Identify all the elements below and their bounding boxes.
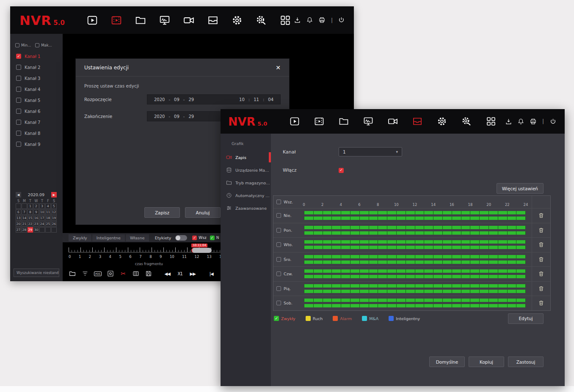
legend-item[interactable]: Alarm bbox=[333, 316, 352, 321]
calendar-day[interactable]: 16 bbox=[33, 215, 39, 221]
delete-icon[interactable] bbox=[538, 256, 544, 263]
timeline-marker[interactable]: 10:11:04 bbox=[191, 244, 212, 253]
menu-item[interactable]: Automatyczny zapis ... bbox=[221, 189, 271, 202]
speed-button[interactable]: X1 bbox=[176, 270, 184, 277]
save-icon[interactable] bbox=[145, 270, 152, 277]
scissors-icon[interactable]: ✂ bbox=[119, 270, 127, 277]
calendar-day[interactable]: 4 bbox=[45, 203, 51, 209]
labels-toggle[interactable] bbox=[175, 235, 187, 241]
display-icon[interactable] bbox=[360, 114, 376, 129]
maintenance-icon[interactable] bbox=[253, 13, 269, 28]
day-track[interactable] bbox=[302, 238, 532, 252]
filter-item[interactable]: Min... bbox=[15, 43, 31, 47]
day-checkbox[interactable] bbox=[276, 271, 281, 276]
channel-item[interactable]: Kanał 6 bbox=[10, 106, 63, 117]
day-checkbox[interactable] bbox=[276, 257, 281, 262]
maintenance-icon[interactable] bbox=[458, 114, 475, 129]
day-track[interactable] bbox=[302, 223, 532, 238]
power-icon[interactable] bbox=[337, 16, 346, 25]
calendar-day[interactable]: 1 bbox=[28, 203, 33, 209]
legend-item[interactable]: Ruch bbox=[306, 316, 323, 321]
delete-icon[interactable] bbox=[538, 300, 544, 306]
folder-icon[interactable] bbox=[69, 270, 76, 277]
print-icon[interactable] bbox=[529, 117, 538, 126]
calendar-day[interactable]: 13 bbox=[16, 215, 21, 221]
channel-checkbox[interactable] bbox=[16, 120, 21, 125]
calendar-day[interactable]: 22 bbox=[28, 221, 33, 227]
channel-checkbox[interactable] bbox=[16, 54, 21, 59]
select-all-checkbox[interactable] bbox=[276, 200, 281, 204]
playback-tab[interactable]: Inteligentne bbox=[92, 234, 125, 241]
calendar-day[interactable]: 8 bbox=[28, 209, 33, 215]
calendar-day[interactable]: 23 bbox=[33, 221, 39, 227]
channel-item[interactable]: Kanał 2 bbox=[10, 62, 63, 73]
day-checkbox[interactable] bbox=[276, 213, 281, 218]
playback-icon[interactable] bbox=[84, 13, 100, 28]
day-track[interactable] bbox=[302, 252, 532, 267]
calendar-day[interactable]: 18 bbox=[45, 215, 51, 221]
pos-icon[interactable]: POS bbox=[94, 270, 102, 277]
calendar-day[interactable]: 21 bbox=[22, 221, 27, 227]
rewind-icon[interactable]: ◀◀ bbox=[163, 270, 171, 277]
calendar-day[interactable]: 7 bbox=[22, 209, 27, 215]
default-button[interactable]: Domyślne bbox=[429, 356, 465, 367]
calendar-prev-icon[interactable]: ◀ bbox=[16, 192, 21, 197]
day-track[interactable] bbox=[302, 208, 532, 223]
channel-item[interactable]: Kanał 3 bbox=[10, 73, 63, 84]
channel-item[interactable]: Kanał 1 bbox=[10, 51, 63, 62]
snapshot-icon[interactable] bbox=[107, 270, 114, 277]
playback-tab[interactable]: Zwykły bbox=[69, 234, 91, 241]
close-icon[interactable]: ✕ bbox=[276, 64, 281, 71]
edit-button[interactable]: Edytuj bbox=[508, 313, 544, 324]
channel-item[interactable]: Kanał 4 bbox=[10, 84, 63, 95]
calendar-day[interactable]: 26 bbox=[51, 221, 57, 227]
delete-icon[interactable] bbox=[538, 212, 544, 219]
more-settings-button[interactable]: Więcej ustawień bbox=[497, 183, 544, 194]
record-icon[interactable] bbox=[311, 114, 327, 129]
stream-filter[interactable]: Wsz bbox=[192, 236, 206, 240]
channel-checkbox[interactable] bbox=[16, 109, 21, 114]
menu-item[interactable]: Urządzenie Magazyn... bbox=[221, 164, 271, 176]
start-datetime-field[interactable]: 2020-09-2910:11:04 bbox=[147, 94, 281, 104]
timeline-scrubber[interactable] bbox=[191, 248, 212, 253]
camera-icon[interactable] bbox=[181, 13, 197, 28]
channel-checkbox[interactable] bbox=[16, 65, 21, 70]
prev-frame-icon[interactable]: |◀ bbox=[207, 270, 215, 277]
file-manager-icon[interactable] bbox=[336, 114, 352, 129]
apps-icon[interactable] bbox=[277, 13, 293, 28]
channel-item[interactable]: Kanał 9 bbox=[10, 139, 63, 150]
save-button[interactable]: Zapisz bbox=[144, 207, 180, 218]
settings-icon[interactable] bbox=[434, 114, 450, 129]
calendar-day[interactable]: 27 bbox=[16, 227, 21, 233]
menu-item[interactable]: Zaawansowane bbox=[221, 202, 271, 214]
filter-checkbox[interactable] bbox=[15, 43, 19, 47]
channel-checkbox[interactable] bbox=[16, 98, 21, 103]
checkbox[interactable] bbox=[192, 236, 197, 240]
channel-checkbox[interactable] bbox=[16, 76, 21, 81]
calendar-day[interactable]: 19 bbox=[51, 215, 57, 221]
calendar-day[interactable]: 9 bbox=[33, 209, 39, 215]
cancel-button[interactable]: Anuluj bbox=[185, 207, 221, 218]
filter-checkbox[interactable] bbox=[35, 43, 39, 47]
channel-item[interactable]: Kanał 7 bbox=[10, 117, 63, 128]
file-manager-icon[interactable] bbox=[132, 13, 149, 28]
checkbox[interactable] bbox=[210, 236, 215, 240]
custom-search-button[interactable]: Wyszukiwanie niestand... bbox=[14, 269, 59, 277]
calendar-day[interactable]: 3 bbox=[39, 203, 45, 209]
calendar-day[interactable]: 25 bbox=[45, 221, 51, 227]
filter-item[interactable]: Mak... bbox=[35, 43, 52, 47]
alarm-icon[interactable] bbox=[517, 117, 525, 126]
legend-item[interactable]: Inteligentny bbox=[389, 316, 420, 321]
calendar-day[interactable]: 6 bbox=[16, 209, 21, 215]
apply-button[interactable]: Zastosuj bbox=[508, 356, 544, 367]
channel-checkbox[interactable] bbox=[16, 87, 21, 92]
print-icon[interactable] bbox=[318, 16, 326, 25]
channel-select[interactable]: 1 ▾ bbox=[339, 147, 402, 156]
day-track[interactable] bbox=[302, 267, 532, 281]
channel-checkbox[interactable] bbox=[16, 142, 21, 147]
day-track[interactable] bbox=[302, 282, 532, 296]
copy-button[interactable]: Kopiuj bbox=[469, 356, 504, 367]
day-checkbox[interactable] bbox=[276, 286, 281, 291]
calendar-day[interactable]: 24 bbox=[39, 221, 45, 227]
channel-item[interactable]: Kanał 5 bbox=[10, 95, 63, 106]
